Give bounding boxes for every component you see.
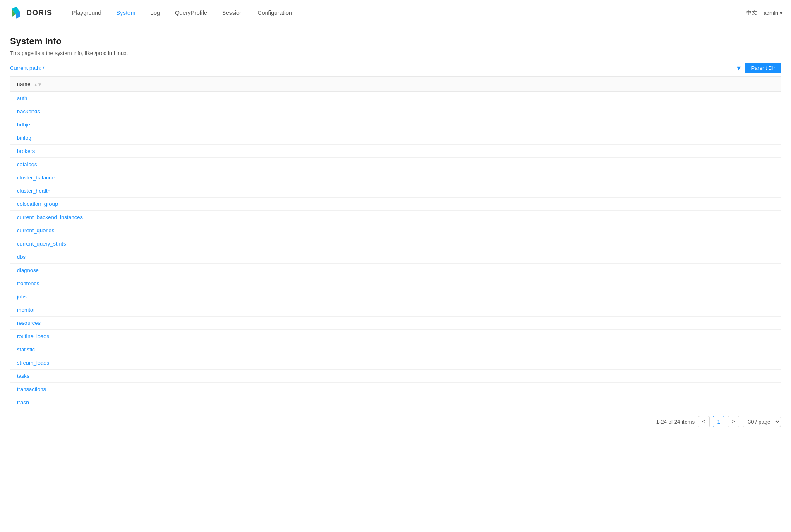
row-link[interactable]: catalogs [17, 161, 37, 167]
row-link[interactable]: brokers [17, 148, 35, 154]
row-link[interactable]: routine_loads [17, 333, 49, 339]
row-link[interactable]: monitor [17, 307, 35, 313]
user-name: admin [764, 10, 778, 16]
table-row: bdbje [10, 118, 781, 131]
row-link[interactable]: binlog [17, 135, 31, 141]
row-link[interactable]: diagnose [17, 267, 39, 273]
row-link[interactable]: cluster_health [17, 188, 50, 194]
table-header: name ▲▼ [10, 77, 781, 92]
next-page-button[interactable]: > [728, 416, 739, 427]
table-row: routine_loads [10, 330, 781, 343]
table-row: transactions [10, 383, 781, 396]
table-row: stream_loads [10, 356, 781, 370]
pagination: 1-24 of 24 items < 1 > 30 / page [10, 416, 781, 427]
table-row: diagnose [10, 264, 781, 277]
header-right: 中文 admin ▾ [746, 9, 783, 17]
row-link[interactable]: colocation_group [17, 201, 58, 207]
row-link[interactable]: stream_loads [17, 360, 49, 366]
page-title: System Info [10, 36, 781, 47]
table-row: auth [10, 92, 781, 105]
table-row: cluster_health [10, 184, 781, 198]
table-body: authbackendsbdbjebinlogbrokerscatalogscl… [10, 92, 781, 409]
table-row: catalogs [10, 158, 781, 171]
filter-icon[interactable]: ▼ [736, 64, 742, 72]
table-row: dbs [10, 250, 781, 264]
main-nav: Playground System Log QueryProfile Sessi… [65, 0, 746, 26]
row-link[interactable]: backends [17, 108, 40, 115]
page-description: This page lists the system info, like /p… [10, 50, 781, 56]
table-row: current_backend_instances [10, 211, 781, 224]
row-link[interactable]: transactions [17, 386, 46, 392]
table-row: current_queries [10, 224, 781, 237]
table-row: cluster_balance [10, 171, 781, 184]
main-content: System Info This page lists the system i… [0, 26, 791, 437]
table-row: tasks [10, 370, 781, 383]
nav-item-system[interactable]: System [109, 0, 143, 26]
table-row: monitor [10, 303, 781, 317]
row-link[interactable]: jobs [17, 293, 27, 300]
system-info-table: name ▲▼ authbackendsbdbjebinlogbrokersca… [10, 76, 781, 409]
table-row: current_query_stmts [10, 237, 781, 250]
row-link[interactable]: bdbje [17, 122, 30, 128]
table-row: binlog [10, 131, 781, 145]
row-link[interactable]: tasks [17, 373, 29, 379]
sort-icons[interactable]: ▲▼ [34, 83, 42, 87]
doris-logo-icon [8, 5, 23, 20]
pagination-info: 1-24 of 24 items [656, 419, 695, 425]
row-link[interactable]: current_queries [17, 227, 54, 234]
toolbar: Current path: / ▼ Parent Dir [10, 63, 781, 73]
table-row: statistic [10, 343, 781, 356]
row-link[interactable]: resources [17, 320, 41, 326]
row-link[interactable]: current_backend_instances [17, 214, 83, 220]
parent-dir-button[interactable]: Parent Dir [745, 63, 781, 73]
nav-item-log[interactable]: Log [143, 0, 168, 26]
nav-item-configuration[interactable]: Configuration [250, 0, 300, 26]
table-row: brokers [10, 145, 781, 158]
language-switcher[interactable]: 中文 [746, 9, 757, 17]
table-row: resources [10, 317, 781, 330]
row-link[interactable]: current_query_stmts [17, 241, 66, 247]
table-row: frontends [10, 277, 781, 290]
nav-item-playground[interactable]: Playground [65, 0, 109, 26]
column-name: name ▲▼ [10, 77, 781, 92]
logo-text: DORIS [26, 9, 52, 17]
row-link[interactable]: auth [17, 95, 27, 101]
row-link[interactable]: statistic [17, 346, 35, 353]
table-row: backends [10, 105, 781, 118]
user-dropdown-icon: ▾ [780, 10, 783, 16]
user-menu[interactable]: admin ▾ [764, 10, 783, 16]
prev-page-button[interactable]: < [698, 416, 710, 427]
table-row: jobs [10, 290, 781, 303]
header: DORIS Playground System Log QueryProfile… [0, 0, 791, 26]
per-page-select[interactable]: 30 / page [743, 417, 781, 427]
table-row: trash [10, 396, 781, 409]
current-page-button[interactable]: 1 [713, 416, 724, 427]
nav-item-queryprofile[interactable]: QueryProfile [168, 0, 215, 26]
row-link[interactable]: cluster_balance [17, 174, 55, 181]
table-row: colocation_group [10, 198, 781, 211]
row-link[interactable]: trash [17, 399, 29, 406]
row-link[interactable]: dbs [17, 254, 26, 260]
row-link[interactable]: frontends [17, 280, 39, 286]
nav-item-session[interactable]: Session [215, 0, 250, 26]
toolbar-right: ▼ Parent Dir [736, 63, 781, 73]
logo-area: DORIS [8, 5, 52, 20]
current-path[interactable]: Current path: / [10, 65, 44, 71]
